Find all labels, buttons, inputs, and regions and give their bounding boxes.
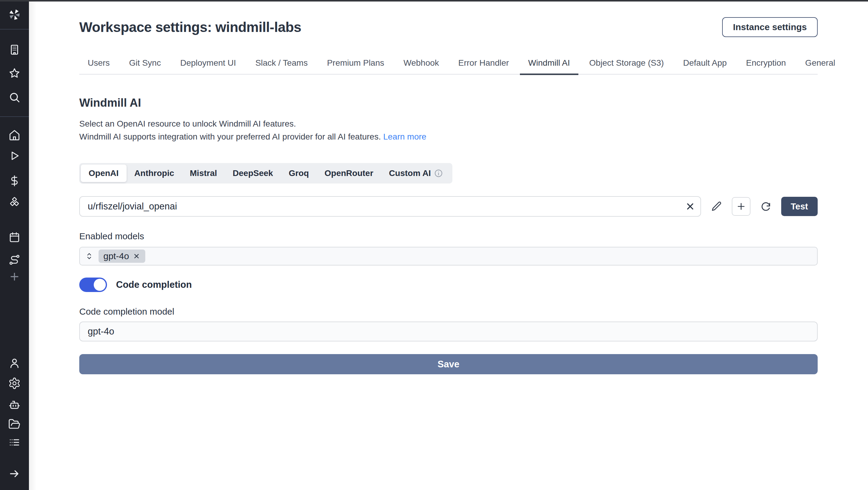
settings-tabs: Users Git Sync Deployment UI Slack / Tea… — [79, 53, 818, 75]
sidebar-item-resources[interactable] — [8, 195, 21, 208]
sidebar-divider — [0, 116, 29, 117]
tab-users[interactable]: Users — [79, 53, 118, 75]
calendar-icon — [8, 231, 21, 244]
refresh-resource-button[interactable] — [759, 200, 773, 213]
section-description: Select an OpenAI resource to unlock Wind… — [79, 117, 818, 143]
enabled-models-label: Enabled models — [79, 231, 818, 241]
sidebar-item-schedules[interactable] — [8, 231, 21, 244]
provider-openrouter[interactable]: OpenRouter — [317, 164, 381, 182]
refresh-icon — [760, 201, 772, 212]
provider-deepseek[interactable]: DeepSeek — [225, 164, 281, 182]
building-icon — [8, 43, 21, 56]
tab-git-sync[interactable]: Git Sync — [121, 53, 169, 75]
sidebar-collapse[interactable] — [8, 467, 21, 480]
provider-custom-ai[interactable]: Custom AI — [381, 164, 451, 182]
tab-premium-plans[interactable]: Premium Plans — [318, 53, 393, 75]
user-icon — [8, 357, 21, 369]
logs-icon — [8, 436, 21, 449]
top-window-strip — [0, 0, 868, 1]
sidebar-item-settings[interactable] — [8, 377, 21, 390]
save-button[interactable]: Save — [79, 354, 818, 374]
search-icon — [8, 91, 21, 104]
chevrons-up-down-icon[interactable] — [85, 252, 94, 261]
play-icon — [8, 150, 21, 162]
home-icon — [8, 129, 21, 141]
sidebar-item-favorites[interactable] — [8, 67, 21, 80]
sidebar-divider — [0, 29, 29, 30]
provider-groq[interactable]: Groq — [281, 164, 317, 182]
code-completion-toggle[interactable] — [79, 278, 107, 292]
sidebar-item-home[interactable] — [8, 129, 21, 141]
resource-field-wrapper — [79, 196, 701, 217]
instance-settings-button[interactable]: Instance settings — [722, 17, 818, 37]
tab-deployment-ui[interactable]: Deployment UI — [172, 53, 244, 75]
openai-resource-input[interactable] — [79, 196, 701, 217]
sidebar-item-folders[interactable] — [8, 418, 21, 431]
description-line-2: Windmill AI supports integration with yo… — [79, 132, 381, 141]
tab-slack-teams[interactable]: Slack / Teams — [247, 53, 316, 75]
tab-default-app[interactable]: Default App — [675, 53, 735, 75]
sidebar-item-workspace[interactable] — [8, 43, 21, 56]
route-icon — [8, 253, 21, 266]
boxes-icon — [8, 195, 21, 208]
tab-webhook[interactable]: Webhook — [395, 53, 447, 75]
remove-tag-icon[interactable] — [133, 252, 141, 260]
sidebar-item-workers[interactable] — [8, 398, 21, 411]
sidebar-item-runs[interactable] — [8, 150, 21, 162]
learn-more-link[interactable]: Learn more — [383, 132, 426, 141]
clear-resource-button[interactable] — [684, 201, 696, 212]
folder-open-icon — [8, 418, 21, 431]
test-button[interactable]: Test — [781, 197, 818, 216]
star-icon — [8, 67, 21, 80]
robot-icon — [8, 398, 21, 411]
close-icon — [685, 201, 695, 212]
tab-general[interactable]: General — [797, 53, 844, 75]
windmill-logo-icon[interactable] — [7, 7, 22, 21]
provider-mistral[interactable]: Mistral — [182, 164, 225, 182]
sidebar-item-add[interactable] — [8, 270, 21, 283]
sidebar-item-user[interactable] — [8, 357, 21, 369]
main-area: Workspace settings: windmill-labs Instan… — [29, 1, 868, 490]
arrow-right-icon — [8, 467, 21, 480]
sidebar — [0, 0, 29, 490]
provider-custom-ai-label: Custom AI — [389, 169, 431, 178]
provider-openai[interactable]: OpenAI — [81, 164, 127, 182]
gear-icon — [8, 377, 21, 390]
code-completion-model-input[interactable] — [79, 321, 818, 341]
section-heading: Windmill AI — [79, 96, 818, 110]
code-completion-label: Code completion — [116, 279, 192, 290]
provider-anthropic[interactable]: Anthropic — [127, 164, 182, 182]
provider-tab-group: OpenAI Anthropic Mistral DeepSeek Groq O… — [79, 163, 453, 184]
toggle-knob — [94, 279, 106, 291]
edit-resource-button[interactable] — [710, 200, 723, 213]
model-tag-label: gpt-4o — [103, 251, 129, 261]
model-tag: gpt-4o — [98, 249, 145, 263]
plus-icon — [736, 201, 746, 212]
enabled-models-field[interactable]: gpt-4o — [79, 247, 818, 266]
plus-icon — [8, 270, 21, 283]
tab-windmill-ai[interactable]: Windmill AI — [520, 53, 578, 75]
sidebar-item-audit-logs[interactable] — [8, 436, 21, 449]
add-resource-button[interactable] — [732, 197, 750, 216]
sidebar-item-search[interactable] — [8, 91, 21, 104]
info-icon — [434, 169, 443, 178]
dollar-icon — [8, 175, 21, 187]
sidebar-item-flows[interactable] — [8, 253, 21, 266]
tab-object-storage[interactable]: Object Storage (S3) — [581, 53, 672, 75]
description-line-1: Select an OpenAI resource to unlock Wind… — [79, 119, 296, 128]
page-title: Workspace settings: windmill-labs — [79, 17, 301, 35]
code-completion-model-label: Code completion model — [79, 306, 818, 317]
tab-encryption[interactable]: Encryption — [738, 53, 794, 75]
tab-error-handler[interactable]: Error Handler — [450, 53, 518, 75]
sidebar-item-variables[interactable] — [8, 175, 21, 187]
pencil-icon — [711, 201, 722, 212]
